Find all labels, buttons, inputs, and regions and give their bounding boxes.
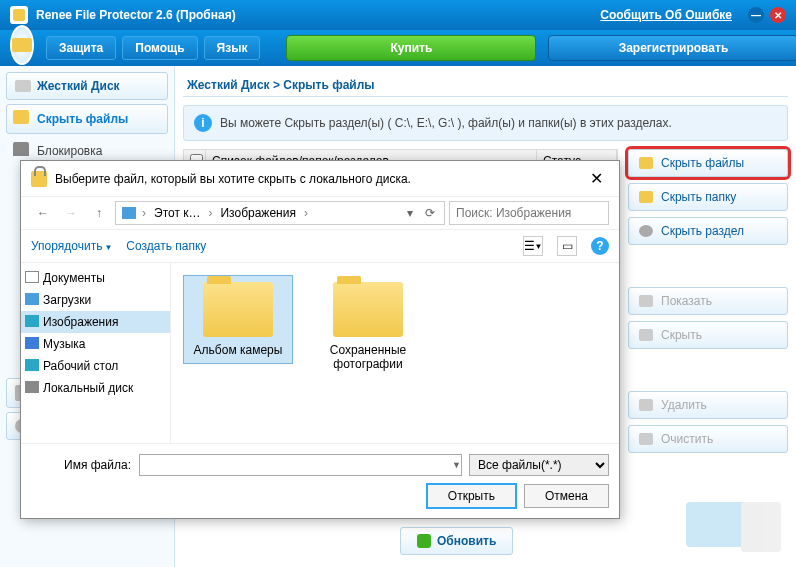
app-logo-icon [10, 25, 34, 65]
menu-protect[interactable]: Защита [46, 36, 116, 60]
show-icon [639, 295, 653, 307]
search-input[interactable] [449, 201, 609, 225]
tree-music[interactable]: Музыка [21, 333, 170, 355]
view-mode-button[interactable]: ☰▼ [523, 236, 543, 256]
info-icon: i [194, 114, 212, 132]
app-logo-small [10, 6, 28, 24]
minimize-button[interactable]: — [748, 7, 764, 23]
close-button[interactable]: ✕ [770, 7, 786, 23]
new-folder-button[interactable]: Создать папку [126, 239, 206, 253]
file-open-dialog: Выберите файл, который вы хотите скрыть … [20, 160, 620, 519]
hide-folder-button[interactable]: Скрыть папку [628, 183, 788, 211]
open-button[interactable]: Открыть [427, 484, 516, 508]
cancel-button[interactable]: Отмена [524, 484, 609, 508]
desktop-icon [25, 359, 39, 371]
folder-icon [333, 282, 403, 337]
preview-pane-button[interactable]: ▭ [557, 236, 577, 256]
filetype-select[interactable]: Все файлы(*.*) [469, 454, 609, 476]
tree-images[interactable]: Изображения [21, 311, 170, 333]
filename-label: Имя файла: [31, 458, 131, 472]
tree-downloads[interactable]: Загрузки [21, 289, 170, 311]
disc-icon [639, 225, 653, 237]
hide-icon [639, 329, 653, 341]
file-item-camera-album[interactable]: Альбом камеры [183, 275, 293, 364]
nav-forward-button[interactable]: → [59, 201, 83, 225]
music-icon [25, 337, 39, 349]
folder-icon [639, 191, 653, 203]
document-icon [25, 271, 39, 283]
refresh-button[interactable]: Обновить [400, 527, 513, 555]
breadcrumb: Жесткий Диск > Скрыть файлы [183, 74, 788, 97]
disk-icon [25, 381, 39, 393]
path-folder[interactable]: Изображения [218, 206, 297, 220]
report-bug-link[interactable]: Сообщить Об Ошибке [600, 8, 732, 22]
path-refresh-icon[interactable]: ⟳ [422, 206, 438, 220]
hint-banner: i Вы можете Скрыть раздел(ы) ( C:\, E:\,… [183, 105, 788, 141]
file-icon [639, 157, 653, 169]
menu-help[interactable]: Помощь [122, 36, 197, 60]
hide-button: Скрыть [628, 321, 788, 349]
path-root[interactable]: Этот к… [152, 206, 202, 220]
folder-tree: Документы Загрузки Изображения Музыка Ра… [21, 263, 171, 443]
refresh-icon [417, 534, 431, 548]
dialog-title: Выберите файл, который вы хотите скрыть … [55, 172, 411, 186]
clear-icon [639, 433, 653, 445]
hdd-icon [15, 80, 31, 92]
clear-button: Очистить [628, 425, 788, 453]
sidebar-item-hide-files[interactable]: Скрыть файлы [6, 104, 168, 134]
file-item-saved-photos[interactable]: Сохраненные фотографии [313, 275, 423, 378]
menu-language[interactable]: Язык [204, 36, 261, 60]
pc-icon [122, 207, 136, 219]
delete-button: Удалить [628, 391, 788, 419]
folder-icon [13, 110, 29, 124]
show-button: Показать [628, 287, 788, 315]
register-button[interactable]: Зарегистрировать [548, 35, 796, 61]
folder-icon [203, 282, 273, 337]
tree-desktop[interactable]: Рабочий стол [21, 355, 170, 377]
nav-back-button[interactable]: ← [31, 201, 55, 225]
padlock-icon [31, 171, 47, 187]
window-title: Renee File Protector 2.6 (Пробная) [36, 8, 236, 22]
download-icon [25, 293, 39, 305]
hide-partition-button[interactable]: Скрыть раздел [628, 217, 788, 245]
help-button[interactable]: ? [591, 237, 609, 255]
dialog-close-button[interactable]: ✕ [584, 169, 609, 188]
hide-files-button[interactable]: Скрыть файлы [628, 149, 788, 177]
path-box[interactable]: › Этот к… › Изображения › ▾ ⟳ [115, 201, 445, 225]
images-icon [25, 315, 39, 327]
nav-up-button[interactable]: ↑ [87, 201, 111, 225]
lock-icon [13, 142, 29, 156]
filename-input[interactable] [139, 454, 462, 476]
tree-documents[interactable]: Документы [21, 267, 170, 289]
path-dropdown-icon[interactable]: ▾ [402, 206, 418, 220]
buy-button[interactable]: Купить [286, 35, 536, 61]
delete-icon [639, 399, 653, 411]
organize-menu[interactable]: Упорядочить▼ [31, 239, 112, 253]
sidebar-header-hdd[interactable]: Жесткий Диск [6, 72, 168, 100]
tree-localdisk[interactable]: Локальный диск [21, 377, 170, 399]
